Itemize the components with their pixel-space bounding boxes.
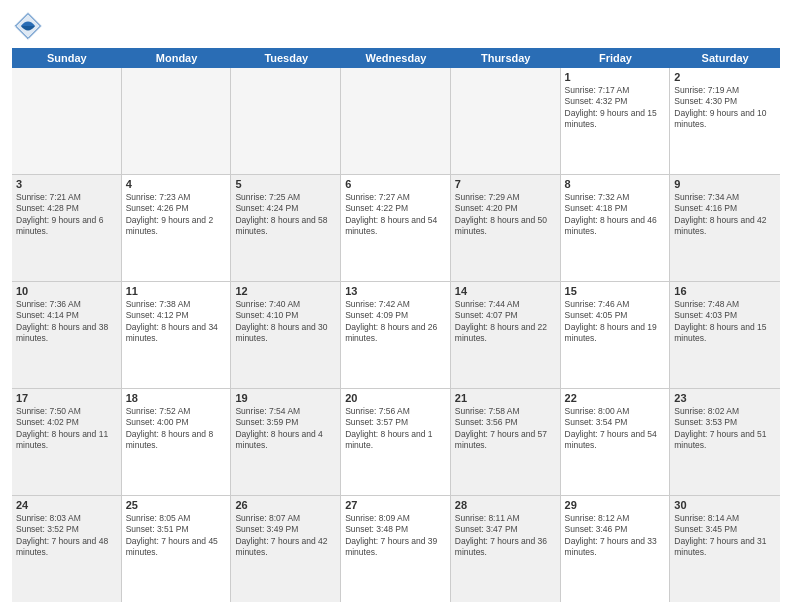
day-info: Sunrise: 7:46 AM Sunset: 4:05 PM Dayligh… (565, 299, 666, 345)
calendar-cell-empty (451, 68, 561, 174)
day-info: Sunrise: 8:05 AM Sunset: 3:51 PM Dayligh… (126, 513, 227, 559)
day-number: 24 (16, 499, 117, 511)
day-info: Sunrise: 7:32 AM Sunset: 4:18 PM Dayligh… (565, 192, 666, 238)
day-number: 28 (455, 499, 556, 511)
day-number: 7 (455, 178, 556, 190)
calendar-header: SundayMondayTuesdayWednesdayThursdayFrid… (12, 48, 780, 68)
calendar-cell-21: 21Sunrise: 7:58 AM Sunset: 3:56 PM Dayli… (451, 389, 561, 495)
calendar-cell-empty (122, 68, 232, 174)
calendar-row-1: 1Sunrise: 7:17 AM Sunset: 4:32 PM Daylig… (12, 68, 780, 175)
calendar-cell-12: 12Sunrise: 7:40 AM Sunset: 4:10 PM Dayli… (231, 282, 341, 388)
calendar-cell-20: 20Sunrise: 7:56 AM Sunset: 3:57 PM Dayli… (341, 389, 451, 495)
calendar-cell-17: 17Sunrise: 7:50 AM Sunset: 4:02 PM Dayli… (12, 389, 122, 495)
calendar-row-5: 24Sunrise: 8:03 AM Sunset: 3:52 PM Dayli… (12, 496, 780, 602)
day-number: 3 (16, 178, 117, 190)
calendar-cell-13: 13Sunrise: 7:42 AM Sunset: 4:09 PM Dayli… (341, 282, 451, 388)
day-number: 16 (674, 285, 776, 297)
day-number: 5 (235, 178, 336, 190)
day-info: Sunrise: 7:54 AM Sunset: 3:59 PM Dayligh… (235, 406, 336, 452)
day-number: 23 (674, 392, 776, 404)
day-info: Sunrise: 8:07 AM Sunset: 3:49 PM Dayligh… (235, 513, 336, 559)
day-number: 8 (565, 178, 666, 190)
calendar-cell-23: 23Sunrise: 8:02 AM Sunset: 3:53 PM Dayli… (670, 389, 780, 495)
calendar-cell-25: 25Sunrise: 8:05 AM Sunset: 3:51 PM Dayli… (122, 496, 232, 602)
day-info: Sunrise: 7:50 AM Sunset: 4:02 PM Dayligh… (16, 406, 117, 452)
day-number: 25 (126, 499, 227, 511)
calendar-row-2: 3Sunrise: 7:21 AM Sunset: 4:28 PM Daylig… (12, 175, 780, 282)
logo (12, 10, 48, 42)
calendar-cell-14: 14Sunrise: 7:44 AM Sunset: 4:07 PM Dayli… (451, 282, 561, 388)
day-info: Sunrise: 7:42 AM Sunset: 4:09 PM Dayligh… (345, 299, 446, 345)
header-day-wednesday: Wednesday (341, 48, 451, 68)
header-day-saturday: Saturday (670, 48, 780, 68)
day-info: Sunrise: 7:27 AM Sunset: 4:22 PM Dayligh… (345, 192, 446, 238)
header-day-thursday: Thursday (451, 48, 561, 68)
day-number: 18 (126, 392, 227, 404)
calendar-cell-empty (12, 68, 122, 174)
calendar-cell-9: 9Sunrise: 7:34 AM Sunset: 4:16 PM Daylig… (670, 175, 780, 281)
header-day-monday: Monday (122, 48, 232, 68)
day-info: Sunrise: 7:23 AM Sunset: 4:26 PM Dayligh… (126, 192, 227, 238)
day-number: 12 (235, 285, 336, 297)
day-number: 29 (565, 499, 666, 511)
calendar-cell-11: 11Sunrise: 7:38 AM Sunset: 4:12 PM Dayli… (122, 282, 232, 388)
calendar-cell-10: 10Sunrise: 7:36 AM Sunset: 4:14 PM Dayli… (12, 282, 122, 388)
day-number: 20 (345, 392, 446, 404)
day-info: Sunrise: 7:38 AM Sunset: 4:12 PM Dayligh… (126, 299, 227, 345)
day-info: Sunrise: 8:09 AM Sunset: 3:48 PM Dayligh… (345, 513, 446, 559)
calendar-cell-19: 19Sunrise: 7:54 AM Sunset: 3:59 PM Dayli… (231, 389, 341, 495)
calendar-cell-empty (341, 68, 451, 174)
calendar-cell-1: 1Sunrise: 7:17 AM Sunset: 4:32 PM Daylig… (561, 68, 671, 174)
day-number: 22 (565, 392, 666, 404)
calendar-body: 1Sunrise: 7:17 AM Sunset: 4:32 PM Daylig… (12, 68, 780, 602)
day-number: 17 (16, 392, 117, 404)
calendar-cell-28: 28Sunrise: 8:11 AM Sunset: 3:47 PM Dayli… (451, 496, 561, 602)
day-info: Sunrise: 7:25 AM Sunset: 4:24 PM Dayligh… (235, 192, 336, 238)
day-info: Sunrise: 7:44 AM Sunset: 4:07 PM Dayligh… (455, 299, 556, 345)
calendar-row-3: 10Sunrise: 7:36 AM Sunset: 4:14 PM Dayli… (12, 282, 780, 389)
calendar-cell-29: 29Sunrise: 8:12 AM Sunset: 3:46 PM Dayli… (561, 496, 671, 602)
day-info: Sunrise: 7:40 AM Sunset: 4:10 PM Dayligh… (235, 299, 336, 345)
day-number: 26 (235, 499, 336, 511)
header (12, 10, 780, 42)
day-number: 15 (565, 285, 666, 297)
calendar: SundayMondayTuesdayWednesdayThursdayFrid… (12, 48, 780, 602)
calendar-cell-18: 18Sunrise: 7:52 AM Sunset: 4:00 PM Dayli… (122, 389, 232, 495)
day-number: 11 (126, 285, 227, 297)
page: SundayMondayTuesdayWednesdayThursdayFrid… (0, 0, 792, 612)
calendar-cell-16: 16Sunrise: 7:48 AM Sunset: 4:03 PM Dayli… (670, 282, 780, 388)
calendar-cell-7: 7Sunrise: 7:29 AM Sunset: 4:20 PM Daylig… (451, 175, 561, 281)
header-day-tuesday: Tuesday (231, 48, 341, 68)
calendar-cell-26: 26Sunrise: 8:07 AM Sunset: 3:49 PM Dayli… (231, 496, 341, 602)
day-info: Sunrise: 8:00 AM Sunset: 3:54 PM Dayligh… (565, 406, 666, 452)
day-number: 4 (126, 178, 227, 190)
day-info: Sunrise: 7:58 AM Sunset: 3:56 PM Dayligh… (455, 406, 556, 452)
day-number: 6 (345, 178, 446, 190)
day-number: 9 (674, 178, 776, 190)
day-info: Sunrise: 7:29 AM Sunset: 4:20 PM Dayligh… (455, 192, 556, 238)
header-day-friday: Friday (561, 48, 671, 68)
day-info: Sunrise: 7:34 AM Sunset: 4:16 PM Dayligh… (674, 192, 776, 238)
header-day-sunday: Sunday (12, 48, 122, 68)
day-number: 21 (455, 392, 556, 404)
day-info: Sunrise: 7:48 AM Sunset: 4:03 PM Dayligh… (674, 299, 776, 345)
calendar-cell-2: 2Sunrise: 7:19 AM Sunset: 4:30 PM Daylig… (670, 68, 780, 174)
day-info: Sunrise: 8:02 AM Sunset: 3:53 PM Dayligh… (674, 406, 776, 452)
day-number: 14 (455, 285, 556, 297)
day-number: 30 (674, 499, 776, 511)
calendar-cell-empty (231, 68, 341, 174)
day-number: 13 (345, 285, 446, 297)
calendar-cell-15: 15Sunrise: 7:46 AM Sunset: 4:05 PM Dayli… (561, 282, 671, 388)
calendar-cell-5: 5Sunrise: 7:25 AM Sunset: 4:24 PM Daylig… (231, 175, 341, 281)
calendar-cell-22: 22Sunrise: 8:00 AM Sunset: 3:54 PM Dayli… (561, 389, 671, 495)
day-info: Sunrise: 8:14 AM Sunset: 3:45 PM Dayligh… (674, 513, 776, 559)
day-info: Sunrise: 7:21 AM Sunset: 4:28 PM Dayligh… (16, 192, 117, 238)
day-info: Sunrise: 7:56 AM Sunset: 3:57 PM Dayligh… (345, 406, 446, 452)
day-info: Sunrise: 7:52 AM Sunset: 4:00 PM Dayligh… (126, 406, 227, 452)
calendar-cell-24: 24Sunrise: 8:03 AM Sunset: 3:52 PM Dayli… (12, 496, 122, 602)
calendar-cell-4: 4Sunrise: 7:23 AM Sunset: 4:26 PM Daylig… (122, 175, 232, 281)
calendar-cell-6: 6Sunrise: 7:27 AM Sunset: 4:22 PM Daylig… (341, 175, 451, 281)
calendar-cell-3: 3Sunrise: 7:21 AM Sunset: 4:28 PM Daylig… (12, 175, 122, 281)
day-info: Sunrise: 7:36 AM Sunset: 4:14 PM Dayligh… (16, 299, 117, 345)
day-number: 10 (16, 285, 117, 297)
